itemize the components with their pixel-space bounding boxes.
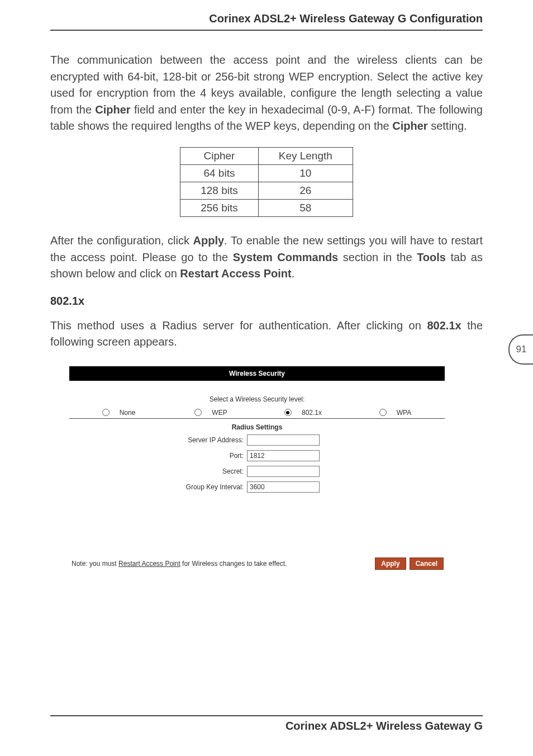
col-header-keylength: Key Length bbox=[258, 147, 353, 164]
cancel-button[interactable]: Cancel bbox=[410, 557, 444, 570]
radio-wpa[interactable] bbox=[379, 409, 387, 416]
paragraph-cipher-intro: The communication between the access poi… bbox=[50, 52, 483, 135]
group-key-interval-label: Group Key Interval: bbox=[69, 483, 247, 491]
radio-wep-label: WEP bbox=[212, 409, 227, 417]
apply-button[interactable]: Apply bbox=[375, 557, 406, 570]
table-row: 256 bits 58 bbox=[180, 199, 353, 216]
footer-rule bbox=[50, 715, 483, 716]
system-commands-bold: System Commands bbox=[233, 251, 339, 263]
table-row: 64 bits 10 bbox=[180, 164, 353, 182]
apply-bold: Apply bbox=[193, 234, 225, 247]
server-ip-label: Server IP Address: bbox=[69, 436, 247, 444]
cipher-key-length-table: Cipher Key Length 64 bits 10 128 bits 26… bbox=[180, 147, 353, 217]
text: After the configuration, click bbox=[50, 234, 193, 247]
restart-access-point-link[interactable]: Restart Access Point bbox=[118, 560, 180, 568]
table-row: 128 bits 26 bbox=[180, 182, 353, 199]
select-security-level-label: Select a Wireless Security level: bbox=[69, 395, 445, 403]
paragraph-apply-restart: After the configuration, click Apply. To… bbox=[50, 233, 483, 282]
radius-form: Server IP Address: Port: Secret: Group K… bbox=[69, 434, 445, 493]
security-level-radio-row: None WEP 802.1x WPA bbox=[69, 409, 445, 419]
secret-input[interactable] bbox=[247, 466, 320, 477]
radio-wep[interactable] bbox=[194, 409, 202, 416]
text: section in the bbox=[338, 251, 417, 263]
text: setting. bbox=[428, 120, 467, 132]
port-input[interactable] bbox=[247, 450, 320, 461]
radio-8021x[interactable] bbox=[284, 409, 292, 416]
server-ip-input[interactable] bbox=[247, 434, 320, 446]
text: for Wireless changes to take effect. bbox=[180, 560, 287, 568]
radio-8021x-label: 802.1x bbox=[302, 409, 322, 417]
text: . bbox=[292, 267, 295, 280]
cell: 256 bits bbox=[180, 199, 259, 216]
cell: 58 bbox=[258, 199, 353, 216]
page-number-tab: 91 bbox=[508, 334, 533, 365]
cell: 128 bits bbox=[180, 182, 259, 199]
page-footer-title: Corinex ADSL2+ Wireless Gateway G bbox=[50, 720, 483, 733]
port-label: Port: bbox=[69, 452, 247, 460]
text: This method uses a Radius server for aut… bbox=[50, 319, 427, 332]
header-rule bbox=[50, 30, 483, 31]
wireless-security-screenshot: Wireless Security Select a Wireless Secu… bbox=[69, 366, 445, 575]
subheading-8021x: 802.1x bbox=[50, 295, 483, 308]
radio-none[interactable] bbox=[102, 409, 110, 416]
text: Note: you must bbox=[72, 560, 118, 568]
tools-bold: Tools bbox=[417, 251, 446, 263]
radio-wpa-label: WPA bbox=[397, 409, 411, 417]
paragraph-8021x-intro: This method uses a Radius server for aut… bbox=[50, 318, 483, 351]
secret-label: Secret: bbox=[69, 467, 247, 475]
radius-settings-heading: Radius Settings bbox=[69, 423, 445, 431]
page-header-title: Corinex ADSL2+ Wireless Gateway G Config… bbox=[50, 12, 483, 30]
col-header-cipher: Cipher bbox=[180, 147, 259, 164]
cell: 64 bits bbox=[180, 164, 259, 182]
restart-ap-bold: Restart Access Point bbox=[180, 267, 291, 280]
group-key-interval-input[interactable] bbox=[247, 481, 320, 493]
radio-none-label: None bbox=[120, 409, 136, 417]
cipher-bold-2: Cipher bbox=[392, 120, 427, 132]
table-row: Cipher Key Length bbox=[180, 147, 353, 164]
cell: 10 bbox=[258, 164, 353, 182]
cell: 26 bbox=[258, 182, 353, 199]
screenshot-titlebar: Wireless Security bbox=[69, 366, 445, 381]
restart-note: Note: you must Restart Access Point for … bbox=[72, 560, 372, 568]
cipher-bold-1: Cipher bbox=[95, 103, 130, 116]
dot1x-bold: 802.1x bbox=[427, 319, 461, 332]
